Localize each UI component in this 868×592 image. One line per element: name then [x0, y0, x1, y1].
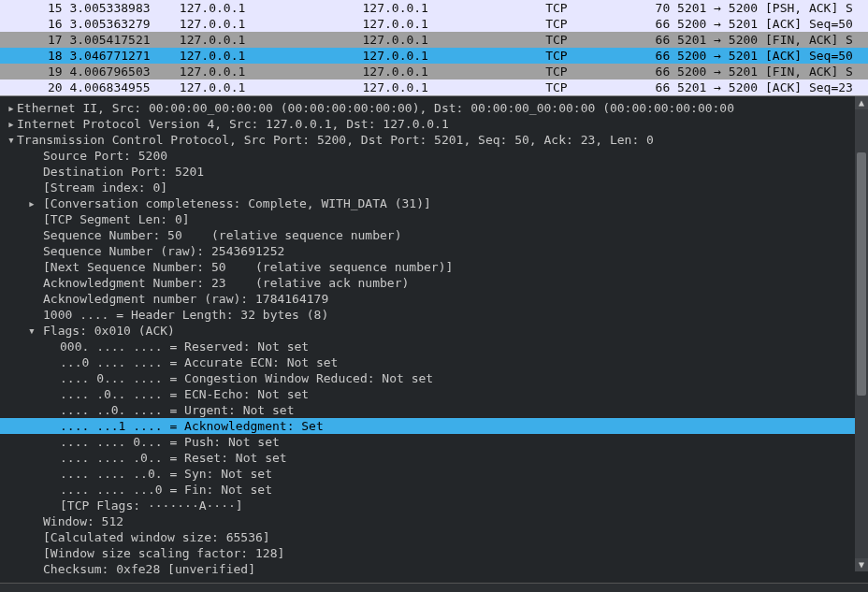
- tcp-stream-index[interactable]: [Stream index: 0]: [0, 180, 868, 195]
- tcp-segment-len[interactable]: [TCP Segment Len: 0]: [0, 211, 868, 227]
- packet-row-17[interactable]: 17 3.005417521 127.0.0.1 127.0.0.1 TCP 6…: [0, 32, 868, 48]
- flag-ecn-echo[interactable]: .... .0.. .... = ECN-Echo: Not set: [0, 386, 868, 402]
- vertical-scrollbar[interactable]: ▲ ▼: [855, 96, 868, 571]
- packet-list-pane[interactable]: 15 3.005338983 127.0.0.1 127.0.0.1 TCP 7…: [0, 0, 868, 96]
- chevron-right-icon: ▸: [28, 195, 36, 211]
- flag-syn[interactable]: .... .... ..0. = Syn: Not set: [0, 466, 868, 482]
- tcp-source-port[interactable]: Source Port: 5200: [0, 148, 868, 164]
- flag-accurate-ecn[interactable]: ...0 .... .... = Accurate ECN: Not set: [0, 354, 868, 370]
- scroll-thumb[interactable]: [857, 152, 866, 396]
- packet-row-20[interactable]: 20 4.006834955 127.0.0.1 127.0.0.1 TCP 6…: [0, 79, 868, 95]
- eth-header-row[interactable]: ▸Ethernet II, Src: 00:00:00_00:00:00 (00…: [0, 100, 868, 116]
- tcp-next-seq[interactable]: [Next Sequence Number: 50 (relative sequ…: [0, 259, 868, 275]
- tcp-header-length[interactable]: 1000 .... = Header Length: 32 bytes (8): [0, 307, 868, 323]
- chevron-right-icon: ▸: [7, 116, 15, 132]
- tcp-header-row[interactable]: ▾Transmission Control Protocol, Src Port…: [0, 132, 868, 148]
- chevron-right-icon: ▸: [7, 100, 15, 116]
- flag-urgent[interactable]: .... ..0. .... = Urgent: Not set: [0, 402, 868, 418]
- flag-fin[interactable]: .... .... ...0 = Fin: Not set: [0, 482, 868, 498]
- tcp-destination-port[interactable]: Destination Port: 5201: [0, 164, 868, 180]
- packet-details-pane[interactable]: ▸Ethernet II, Src: 00:00:00_00:00:00 (00…: [0, 96, 868, 583]
- tcp-window[interactable]: Window: 512: [0, 513, 868, 529]
- chevron-down-icon: ▾: [7, 132, 15, 148]
- flag-reset[interactable]: .... .... .0.. = Reset: Not set: [0, 450, 868, 466]
- packet-row-16[interactable]: 16 3.005363279 127.0.0.1 127.0.0.1 TCP 6…: [0, 16, 868, 32]
- pane-separator[interactable]: [0, 583, 868, 592]
- scroll-up-button[interactable]: ▲: [855, 96, 868, 109]
- tcp-seq-raw[interactable]: Sequence Number (raw): 2543691252: [0, 243, 868, 259]
- tcp-conversation-completeness[interactable]: ▸[Conversation completeness: Complete, W…: [0, 195, 868, 211]
- tcp-seq[interactable]: Sequence Number: 50 (relative sequence n…: [0, 227, 868, 243]
- chevron-down-icon: ▾: [28, 323, 36, 339]
- packet-row-15[interactable]: 15 3.005338983 127.0.0.1 127.0.0.1 TCP 7…: [0, 0, 868, 16]
- tcp-ack-raw[interactable]: Acknowledgment number (raw): 1784164179: [0, 291, 868, 307]
- tcp-flags-row[interactable]: ▾Flags: 0x010 (ACK): [0, 323, 868, 339]
- tcp-window-scaling-factor[interactable]: [Window size scaling factor: 128]: [0, 545, 868, 561]
- flag-ack[interactable]: .... ...1 .... = Acknowledgment: Set: [0, 418, 868, 434]
- flag-cwr[interactable]: .... 0... .... = Congestion Window Reduc…: [0, 370, 868, 386]
- tcp-calculated-window-size[interactable]: [Calculated window size: 65536]: [0, 529, 868, 545]
- scroll-down-button[interactable]: ▼: [855, 558, 868, 571]
- ip-header-row[interactable]: ▸Internet Protocol Version 4, Src: 127.0…: [0, 116, 868, 132]
- tcp-checksum[interactable]: Checksum: 0xfe28 [unverified]: [0, 561, 868, 577]
- packet-row-19[interactable]: 19 4.006796503 127.0.0.1 127.0.0.1 TCP 6…: [0, 64, 868, 79]
- flag-push[interactable]: .... .... 0... = Push: Not set: [0, 434, 868, 450]
- packet-row-18[interactable]: 18 3.046771271 127.0.0.1 127.0.0.1 TCP 6…: [0, 48, 868, 64]
- tcp-ack[interactable]: Acknowledgment Number: 23 (relative ack …: [0, 275, 868, 291]
- tcp-flags-string[interactable]: [TCP Flags: ·······A····]: [0, 498, 868, 513]
- flag-reserved[interactable]: 000. .... .... = Reserved: Not set: [0, 339, 868, 354]
